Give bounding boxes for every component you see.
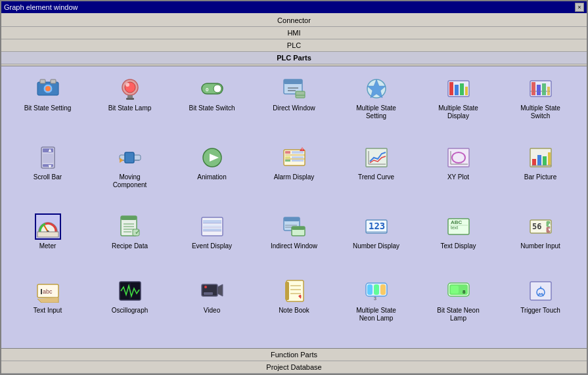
icon-number-input[interactable]: 56 ▲ ▼ Number Input — [501, 211, 580, 273]
icon-note-book[interactable]: Note Book — [254, 275, 334, 342]
icon-oscillograph[interactable]: Oscillograph — [90, 275, 170, 342]
icon-animation[interactable]: Animation — [172, 142, 252, 208]
icon-trend-curve-box — [363, 144, 390, 171]
icon-multiple-state-display-box — [445, 76, 472, 102]
svg-rect-69 — [37, 232, 58, 237]
svg-rect-81 — [203, 229, 221, 231]
content-area: Bit State Setting Bit State Lamp — [1, 66, 587, 348]
svg-rect-113 — [204, 292, 213, 295]
menu-hmi[interactable]: HMI — [1, 27, 587, 39]
footer-function-parts[interactable]: Function Parts — [1, 349, 587, 361]
menu-plc-parts[interactable]: PLC Parts — [1, 52, 587, 64]
icon-multiple-state-setting[interactable]: Multiple State Setting — [336, 73, 416, 139]
icon-trigger-touch[interactable]: Trigger Touch — [501, 275, 580, 342]
svg-point-7 — [125, 83, 129, 87]
icon-trigger-touch-label: Trigger Touch — [520, 307, 560, 315]
svg-rect-64 — [543, 156, 547, 165]
icon-moving-component[interactable]: Moving Component — [90, 142, 170, 208]
svg-point-112 — [204, 286, 207, 288]
icon-text-input[interactable]: abc Text Input — [8, 275, 87, 342]
svg-rect-63 — [537, 155, 541, 165]
menu-plc[interactable]: PLC — [1, 39, 587, 52]
icon-number-display[interactable]: 123 Number Display — [336, 211, 416, 273]
icon-animation-label: Animation — [197, 173, 226, 181]
svg-text:▲: ▲ — [547, 222, 552, 227]
svg-text:✓: ✓ — [135, 229, 140, 236]
icon-multiple-state-switch-box — [528, 76, 554, 102]
icon-trigger-touch-box — [528, 278, 554, 304]
footer-project-database[interactable]: Project Database — [1, 361, 587, 374]
icon-bit-state-setting-label: Bit State Setting — [24, 104, 72, 112]
icon-recipe-data[interactable]: ✓ Recipe Data — [90, 211, 170, 273]
title-bar: Graph element window × — [1, 1, 587, 13]
svg-text:56: 56 — [532, 222, 541, 231]
icon-bit-state-lamp-box — [117, 76, 143, 102]
svg-rect-121 — [374, 284, 379, 295]
svg-rect-38 — [125, 152, 134, 163]
icon-bar-picture-label: Bar Picture — [524, 173, 556, 181]
icon-xy-plot-label: XY Plot — [447, 173, 469, 181]
icon-bit-state-lamp[interactable]: Bit State Lamp — [90, 73, 170, 139]
icon-alarm-display[interactable]: ! Alarm Display — [254, 142, 334, 208]
svg-point-11 — [214, 85, 221, 93]
icon-bit-state-setting[interactable]: Bit State Setting — [8, 73, 87, 139]
icon-indirect-window-box — [281, 213, 307, 240]
icon-scroll-bar[interactable]: ▲ ▼ Scroll Bar — [8, 142, 87, 208]
icon-bit-state-lamp-label: Bit State Lamp — [108, 104, 152, 112]
icon-multiple-state-switch-label: Multiple State Switch — [512, 104, 568, 120]
svg-rect-49 — [285, 156, 290, 158]
icon-event-display[interactable]: Event Display — [172, 211, 252, 273]
svg-rect-126 — [451, 286, 459, 294]
icon-text-display-box: ABC text — [445, 213, 472, 240]
icon-xy-plot-box — [445, 144, 472, 171]
icon-trend-curve[interactable]: Trend Curve — [336, 142, 416, 208]
icon-meter[interactable]: Meter — [8, 211, 87, 273]
svg-rect-120 — [367, 284, 373, 295]
svg-text:abc: abc — [43, 288, 53, 295]
icon-note-book-label: Note Book — [279, 307, 309, 315]
menu-connector[interactable]: Connector — [1, 14, 587, 27]
svg-rect-50 — [292, 156, 304, 158]
icon-xy-plot[interactable]: XY Plot — [418, 142, 498, 208]
icon-multiple-state-display[interactable]: Multiple State Display — [418, 73, 498, 139]
icon-direct-window-box — [281, 76, 307, 102]
svg-rect-21 — [449, 82, 453, 95]
icon-bit-state-neon-lamp[interactable]: 8 Bit State Neon Lamp — [418, 275, 498, 342]
icon-bit-state-switch[interactable]: 0 Bit State Switch — [172, 73, 252, 139]
icon-direct-window-label: Direct Window — [273, 104, 315, 112]
icon-oscillograph-box — [117, 278, 143, 304]
close-button[interactable]: × — [575, 3, 584, 12]
icon-event-display-box — [199, 213, 225, 240]
icon-bar-picture[interactable]: Bar Picture — [501, 142, 580, 208]
plc-parts-section: Bit State Setting Bit State Lamp — [1, 66, 587, 348]
icon-multiple-state-setting-box — [363, 76, 390, 102]
icon-multiple-state-neon-lamp[interactable]: 3 Multiple State Neon Lamp — [336, 275, 416, 342]
icon-number-input-box: 56 ▲ ▼ — [528, 213, 554, 240]
icon-number-display-label: Number Display — [353, 242, 399, 250]
svg-rect-80 — [203, 225, 221, 227]
icon-bit-state-switch-label: Bit State Switch — [189, 104, 235, 112]
icon-oscillograph-label: Oscillograph — [112, 307, 148, 315]
icon-moving-component-label: Moving Component — [102, 173, 158, 189]
icon-event-display-label: Event Display — [192, 242, 232, 250]
icon-number-input-label: Number Input — [520, 242, 560, 250]
icon-video[interactable]: Video — [172, 275, 252, 342]
icon-direct-window[interactable]: Direct Window — [254, 73, 334, 139]
icon-scroll-bar-label: Scroll Bar — [34, 173, 62, 181]
svg-rect-16 — [288, 90, 296, 91]
icon-multiple-state-switch[interactable]: Multiple State Switch — [501, 73, 580, 139]
svg-rect-24 — [465, 87, 468, 95]
icon-indirect-window[interactable]: Indirect Window — [254, 211, 334, 273]
svg-rect-71 — [121, 216, 137, 220]
footer-bar: Function Parts Project Database — [1, 348, 587, 374]
svg-rect-65 — [548, 152, 551, 165]
icon-multiple-state-neon-lamp-box: 3 — [363, 278, 390, 304]
svg-text:123: 123 — [369, 221, 385, 231]
icon-video-box — [199, 278, 225, 304]
icon-text-display[interactable]: ABC text Text Display — [418, 211, 498, 273]
svg-rect-3 — [40, 79, 45, 83]
svg-text:3: 3 — [374, 296, 376, 301]
svg-text:▲: ▲ — [47, 147, 53, 153]
icon-trend-curve-label: Trend Curve — [358, 173, 394, 181]
svg-rect-128 — [530, 282, 551, 300]
